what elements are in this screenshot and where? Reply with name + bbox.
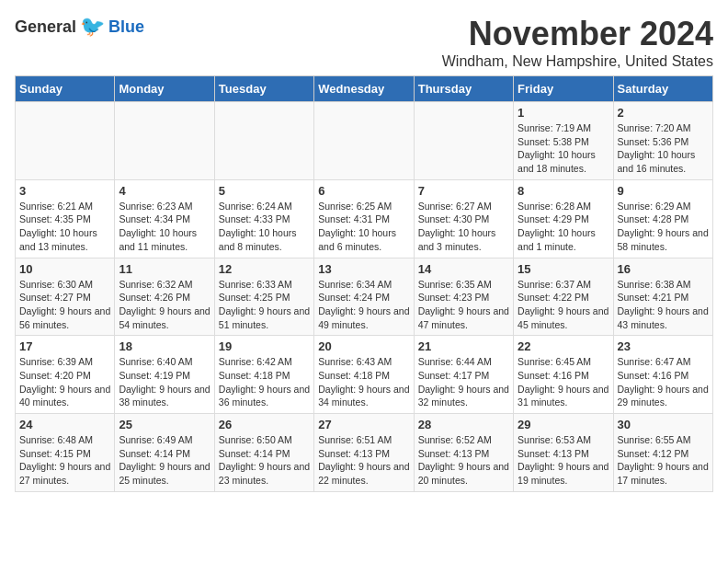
day-info: Sunrise: 6:47 AM Sunset: 4:16 PM Dayligh…: [618, 355, 709, 409]
day-info: Sunrise: 6:24 AM Sunset: 4:33 PM Dayligh…: [219, 200, 310, 254]
day-number: 28: [418, 418, 509, 431]
day-number: 12: [219, 262, 310, 276]
day-cell: 12Sunrise: 6:33 AM Sunset: 4:25 PM Dayli…: [214, 258, 313, 336]
subtitle: Windham, New Hampshire, United States: [442, 53, 713, 70]
week-row-2: 3Sunrise: 6:21 AM Sunset: 4:35 PM Daylig…: [16, 179, 713, 258]
header: General 🐦 Blue November 2024 Windham, Ne…: [15, 15, 713, 70]
day-info: Sunrise: 6:34 AM Sunset: 4:24 PM Dayligh…: [318, 278, 409, 332]
day-cell: 30Sunrise: 6:55 AM Sunset: 4:12 PM Dayli…: [613, 414, 712, 492]
day-number: 13: [318, 262, 409, 276]
day-info: Sunrise: 6:50 AM Sunset: 4:14 PM Dayligh…: [219, 433, 310, 488]
day-cell: 2Sunrise: 7:20 AM Sunset: 5:36 PM Daylig…: [613, 102, 712, 180]
day-cell: 29Sunrise: 6:53 AM Sunset: 4:13 PM Dayli…: [514, 414, 613, 492]
header-row: SundayMondayTuesdayWednesdayThursdayFrid…: [16, 76, 713, 102]
day-cell: 5Sunrise: 6:24 AM Sunset: 4:33 PM Daylig…: [214, 179, 313, 258]
day-cell: 17Sunrise: 6:39 AM Sunset: 4:20 PM Dayli…: [16, 336, 115, 414]
day-cell: [314, 102, 414, 180]
header-cell-saturday: Saturday: [613, 76, 712, 102]
header-cell-tuesday: Tuesday: [214, 76, 313, 102]
day-cell: 7Sunrise: 6:27 AM Sunset: 4:30 PM Daylig…: [414, 179, 513, 258]
day-info: Sunrise: 6:39 AM Sunset: 4:20 PM Dayligh…: [19, 355, 110, 409]
day-cell: 27Sunrise: 6:51 AM Sunset: 4:13 PM Dayli…: [314, 414, 414, 492]
day-info: Sunrise: 6:33 AM Sunset: 4:25 PM Dayligh…: [219, 278, 310, 332]
day-number: 4: [119, 184, 210, 198]
logo-general: General: [15, 17, 76, 37]
day-info: Sunrise: 6:45 AM Sunset: 4:16 PM Dayligh…: [518, 355, 609, 409]
logo-blue: Blue: [108, 17, 144, 37]
day-number: 5: [219, 184, 310, 198]
day-info: Sunrise: 6:42 AM Sunset: 4:18 PM Dayligh…: [219, 355, 310, 409]
day-info: Sunrise: 6:32 AM Sunset: 4:26 PM Dayligh…: [119, 278, 210, 332]
day-info: Sunrise: 7:20 AM Sunset: 5:36 PM Dayligh…: [618, 121, 709, 176]
main-title: November 2024: [442, 15, 713, 53]
day-number: 11: [119, 262, 210, 276]
day-number: 29: [518, 418, 609, 431]
day-number: 19: [219, 339, 310, 353]
day-info: Sunrise: 6:23 AM Sunset: 4:34 PM Dayligh…: [119, 200, 210, 254]
day-info: Sunrise: 6:35 AM Sunset: 4:23 PM Dayligh…: [418, 278, 509, 332]
day-cell: 10Sunrise: 6:30 AM Sunset: 4:27 PM Dayli…: [16, 258, 115, 336]
day-number: 30: [618, 418, 709, 431]
day-info: Sunrise: 6:43 AM Sunset: 4:18 PM Dayligh…: [318, 355, 409, 409]
day-cell: 16Sunrise: 6:38 AM Sunset: 4:21 PM Dayli…: [613, 258, 712, 336]
calendar-table: SundayMondayTuesdayWednesdayThursdayFrid…: [15, 75, 713, 492]
day-info: Sunrise: 6:27 AM Sunset: 4:30 PM Dayligh…: [418, 200, 509, 254]
day-cell: [16, 102, 115, 180]
day-number: 21: [418, 339, 509, 353]
day-cell: 3Sunrise: 6:21 AM Sunset: 4:35 PM Daylig…: [16, 179, 115, 258]
day-cell: 14Sunrise: 6:35 AM Sunset: 4:23 PM Dayli…: [414, 258, 513, 336]
day-number: 20: [318, 339, 409, 353]
header-cell-friday: Friday: [514, 76, 613, 102]
day-cell: 11Sunrise: 6:32 AM Sunset: 4:26 PM Dayli…: [115, 258, 214, 336]
logo: General 🐦 Blue: [15, 15, 144, 39]
day-info: Sunrise: 6:40 AM Sunset: 4:19 PM Dayligh…: [119, 355, 210, 409]
day-number: 23: [618, 339, 709, 353]
day-info: Sunrise: 6:49 AM Sunset: 4:14 PM Dayligh…: [119, 433, 210, 488]
day-cell: 4Sunrise: 6:23 AM Sunset: 4:34 PM Daylig…: [115, 179, 214, 258]
title-area: November 2024 Windham, New Hampshire, Un…: [442, 15, 713, 70]
day-number: 17: [19, 339, 110, 353]
header-cell-sunday: Sunday: [16, 76, 115, 102]
logo-bird-icon: 🐦: [80, 15, 105, 39]
header-cell-thursday: Thursday: [414, 76, 513, 102]
day-cell: 1Sunrise: 7:19 AM Sunset: 5:38 PM Daylig…: [514, 102, 613, 180]
day-info: Sunrise: 6:52 AM Sunset: 4:13 PM Dayligh…: [418, 433, 509, 488]
day-info: Sunrise: 6:25 AM Sunset: 4:31 PM Dayligh…: [318, 200, 409, 254]
day-cell: 28Sunrise: 6:52 AM Sunset: 4:13 PM Dayli…: [414, 414, 513, 492]
day-cell: 6Sunrise: 6:25 AM Sunset: 4:31 PM Daylig…: [314, 179, 414, 258]
week-row-3: 10Sunrise: 6:30 AM Sunset: 4:27 PM Dayli…: [16, 258, 713, 336]
week-row-1: 1Sunrise: 7:19 AM Sunset: 5:38 PM Daylig…: [16, 102, 713, 180]
day-number: 24: [19, 418, 110, 431]
day-info: Sunrise: 6:29 AM Sunset: 4:28 PM Dayligh…: [618, 200, 709, 254]
day-number: 1: [518, 106, 609, 120]
day-number: 15: [518, 262, 609, 276]
day-number: 27: [318, 418, 409, 431]
day-info: Sunrise: 6:28 AM Sunset: 4:29 PM Dayligh…: [518, 200, 609, 254]
day-number: 10: [19, 262, 110, 276]
day-cell: [115, 102, 214, 180]
day-number: 16: [618, 262, 709, 276]
day-cell: 21Sunrise: 6:44 AM Sunset: 4:17 PM Dayli…: [414, 336, 513, 414]
day-cell: [414, 102, 513, 180]
day-info: Sunrise: 7:19 AM Sunset: 5:38 PM Dayligh…: [518, 121, 609, 176]
day-number: 6: [318, 184, 409, 198]
header-cell-wednesday: Wednesday: [314, 76, 414, 102]
day-number: 7: [418, 184, 509, 198]
week-row-5: 24Sunrise: 6:48 AM Sunset: 4:15 PM Dayli…: [16, 414, 713, 492]
day-info: Sunrise: 6:48 AM Sunset: 4:15 PM Dayligh…: [19, 433, 110, 488]
day-cell: 13Sunrise: 6:34 AM Sunset: 4:24 PM Dayli…: [314, 258, 414, 336]
day-cell: 15Sunrise: 6:37 AM Sunset: 4:22 PM Dayli…: [514, 258, 613, 336]
day-cell: [214, 102, 313, 180]
day-info: Sunrise: 6:44 AM Sunset: 4:17 PM Dayligh…: [418, 355, 509, 409]
day-number: 3: [19, 184, 110, 198]
header-cell-monday: Monday: [115, 76, 214, 102]
day-info: Sunrise: 6:51 AM Sunset: 4:13 PM Dayligh…: [318, 433, 409, 488]
day-cell: 25Sunrise: 6:49 AM Sunset: 4:14 PM Dayli…: [115, 414, 214, 492]
day-info: Sunrise: 6:21 AM Sunset: 4:35 PM Dayligh…: [19, 200, 110, 254]
week-row-4: 17Sunrise: 6:39 AM Sunset: 4:20 PM Dayli…: [16, 336, 713, 414]
day-info: Sunrise: 6:38 AM Sunset: 4:21 PM Dayligh…: [618, 278, 709, 332]
day-number: 14: [418, 262, 509, 276]
day-number: 9: [618, 184, 709, 198]
day-cell: 9Sunrise: 6:29 AM Sunset: 4:28 PM Daylig…: [613, 179, 712, 258]
day-number: 2: [618, 106, 709, 120]
